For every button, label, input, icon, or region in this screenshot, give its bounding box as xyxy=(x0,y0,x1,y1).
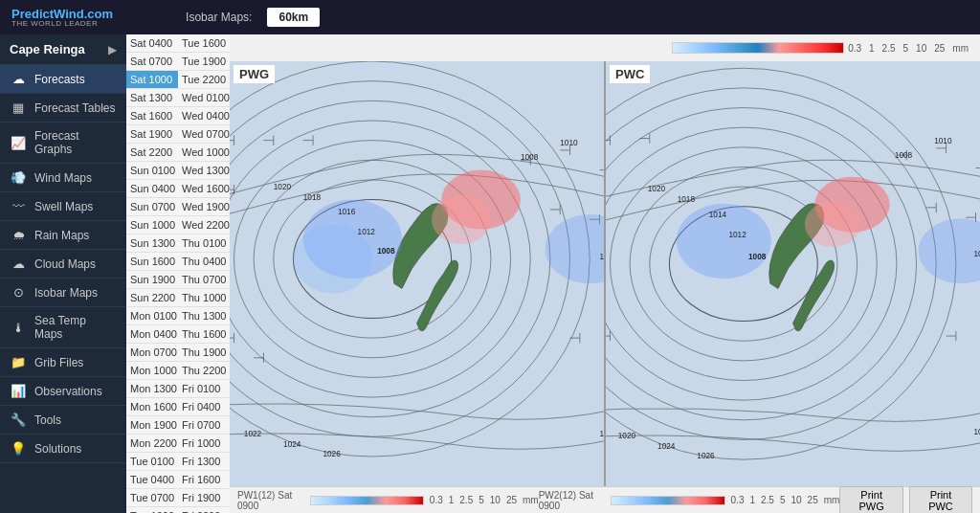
forecasts-icon: ☁ xyxy=(10,72,27,86)
time-cell[interactable]: Thu 1000 xyxy=(178,289,230,306)
time-cell[interactable]: Sat 1000 xyxy=(126,71,178,88)
time-cell[interactable]: Sat 1600 xyxy=(126,107,178,124)
svg-text:1010: 1010 xyxy=(560,139,578,147)
time-cell[interactable]: Sat 0700 xyxy=(126,53,178,70)
time-cell[interactable]: Mon 2200 xyxy=(126,435,178,452)
time-cell[interactable]: Wed 1600 xyxy=(178,180,230,197)
time-cell[interactable]: Tue 1900 xyxy=(178,53,230,70)
time-row: Sat 2200Wed 1000 xyxy=(126,144,230,162)
time-cell[interactable]: Thu 0400 xyxy=(178,253,230,270)
svg-text:1014: 1014 xyxy=(709,211,727,219)
logo-sub: THE WORLD LEADER xyxy=(11,20,113,28)
print-pwg-button[interactable]: Print PWG xyxy=(839,486,903,514)
time-cell[interactable]: Mon 1600 xyxy=(126,398,178,415)
time-cell[interactable]: Mon 0700 xyxy=(126,344,178,361)
time-cell[interactable]: Sun 0100 xyxy=(126,162,178,179)
time-cell[interactable]: Tue 0400 xyxy=(126,471,178,488)
timelist-panel[interactable]: Sat 0400Tue 1600Sat 0700Tue 1900Sat 1000… xyxy=(126,34,230,513)
sidebar-item-forecast-tables[interactable]: ▦Forecast Tables xyxy=(0,94,126,123)
svg-text:1008: 1008 xyxy=(521,153,539,162)
time-cell[interactable]: Sat 2200 xyxy=(126,144,178,161)
main-layout: Cape Reinga ▶ ☁Forecasts▦Forecast Tables… xyxy=(0,34,980,513)
svg-text:1012: 1012 xyxy=(728,231,746,239)
time-cell[interactable]: Thu 1600 xyxy=(178,325,230,343)
time-cell[interactable]: Fri 0100 xyxy=(178,380,230,397)
sidebar-item-cloud-maps[interactable]: ☁Cloud Maps xyxy=(0,250,126,279)
colorbar-labels: 0.3 1 2.5 5 10 25 mm xyxy=(848,43,969,54)
time-cell[interactable]: Sun 1900 xyxy=(126,271,178,288)
svg-text:1026: 1026 xyxy=(697,452,715,460)
svg-text:1010: 1010 xyxy=(934,137,952,145)
isobar-zoom-button[interactable]: 60km xyxy=(267,8,320,27)
time-cell[interactable]: Fri 1000 xyxy=(178,435,230,452)
time-cell[interactable]: Thu 1300 xyxy=(178,307,230,324)
sidebar-item-forecast-graphs[interactable]: 📈Forecast Graphs xyxy=(0,123,126,164)
time-cell[interactable]: Sun 0400 xyxy=(126,180,178,197)
time-cell[interactable]: Sat 1900 xyxy=(126,125,178,143)
time-cell[interactable]: Wed 1300 xyxy=(178,162,230,179)
time-row: Sun 1000Wed 2200 xyxy=(126,216,230,234)
solutions-label: Solutions xyxy=(34,442,81,456)
time-row: Mon 1300Fri 0100 xyxy=(126,380,230,398)
time-cell[interactable]: Sat 1300 xyxy=(126,89,178,106)
time-cell[interactable]: Tue 1600 xyxy=(178,34,230,52)
time-cell[interactable]: Thu 0700 xyxy=(178,271,230,288)
time-cell[interactable]: Wed 1000 xyxy=(178,144,230,161)
time-cell[interactable]: Tue 0100 xyxy=(126,453,178,470)
time-cell[interactable]: Tue 2200 xyxy=(178,71,230,88)
time-row: Tue 1000Fri 2200 xyxy=(126,507,230,513)
time-row: Sat 1000Tue 2200 xyxy=(126,71,230,89)
time-cell[interactable]: Mon 1000 xyxy=(126,362,178,379)
time-cell[interactable]: Thu 2200 xyxy=(178,362,230,379)
time-row: Mon 1900Fri 0700 xyxy=(126,416,230,435)
time-cell[interactable]: Sun 1000 xyxy=(126,216,178,234)
time-cell[interactable]: Wed 0700 xyxy=(178,125,230,143)
time-cell[interactable]: Fri 0700 xyxy=(178,416,230,434)
time-cell[interactable]: Fri 0400 xyxy=(178,398,230,415)
time-cell[interactable]: Thu 0100 xyxy=(178,234,230,252)
time-cell[interactable]: Fri 2200 xyxy=(178,507,230,513)
time-cell[interactable]: Mon 1900 xyxy=(126,416,178,434)
print-pwc-button[interactable]: Print PWC xyxy=(909,486,972,514)
forecast-tables-label: Forecast Tables xyxy=(34,101,116,115)
time-cell[interactable]: Sun 2200 xyxy=(126,289,178,306)
colorbar-tick-10: 10 xyxy=(916,43,926,54)
time-cell[interactable]: Fri 1900 xyxy=(178,489,230,506)
sidebar-item-isobar-maps[interactable]: ⊙Isobar Maps xyxy=(0,279,126,307)
logo-main[interactable]: PredictWind.com xyxy=(11,8,113,20)
time-row: Mon 2200Fri 1000 xyxy=(126,435,230,453)
observations-label: Observations xyxy=(34,385,102,398)
sidebar-item-rain-maps[interactable]: 🌧Rain Maps xyxy=(0,221,126,250)
time-cell[interactable]: Wed 0100 xyxy=(178,89,230,106)
time-cell[interactable]: Sun 0700 xyxy=(126,198,178,215)
time-cell[interactable]: Thu 1900 xyxy=(178,344,230,361)
time-cell[interactable]: Wed 0400 xyxy=(178,107,230,124)
left-map-panel: PWG xyxy=(230,61,604,486)
time-cell[interactable]: Tue 1000 xyxy=(126,507,178,513)
sidebar-item-forecasts[interactable]: ☁Forecasts xyxy=(0,65,126,94)
time-cell[interactable]: Tue 0700 xyxy=(126,489,178,506)
time-cell[interactable]: Fri 1300 xyxy=(178,453,230,470)
svg-text:1020: 1020 xyxy=(648,185,666,193)
sidebar-item-grib-files[interactable]: 📁Grib Files xyxy=(0,348,126,377)
time-cell[interactable]: Mon 0100 xyxy=(126,307,178,324)
sidebar-item-tools[interactable]: 🔧Tools xyxy=(0,406,126,435)
sidebar-item-wind-maps[interactable]: 💨Wind Maps xyxy=(0,164,126,192)
time-cell[interactable]: Fri 1600 xyxy=(178,471,230,488)
right-map-label: PWC xyxy=(610,65,650,83)
sidebar-item-observations[interactable]: 📊Observations xyxy=(0,377,126,406)
sidebar-item-sea-temp-maps[interactable]: 🌡Sea Temp Maps xyxy=(0,307,126,348)
right-map-footer-label: PW2(12) Sat 0900 xyxy=(539,490,606,511)
sidebar-item-solutions[interactable]: 💡Solutions xyxy=(0,435,126,463)
sidebar-item-swell-maps[interactable]: 〰Swell Maps xyxy=(0,192,126,221)
svg-text:1008: 1008 xyxy=(895,151,913,160)
time-cell[interactable]: Sun 1300 xyxy=(126,234,178,252)
location-selector[interactable]: Cape Reinga ▶ xyxy=(0,34,126,65)
time-cell[interactable]: Wed 2200 xyxy=(178,216,230,234)
time-cell[interactable]: Sun 1600 xyxy=(126,253,178,270)
left-bottom-gradient xyxy=(310,496,424,505)
time-cell[interactable]: Wed 1900 xyxy=(178,198,230,215)
time-cell[interactable]: Mon 1300 xyxy=(126,380,178,397)
time-cell[interactable]: Sat 0400 xyxy=(126,34,178,52)
time-cell[interactable]: Mon 0400 xyxy=(126,325,178,343)
